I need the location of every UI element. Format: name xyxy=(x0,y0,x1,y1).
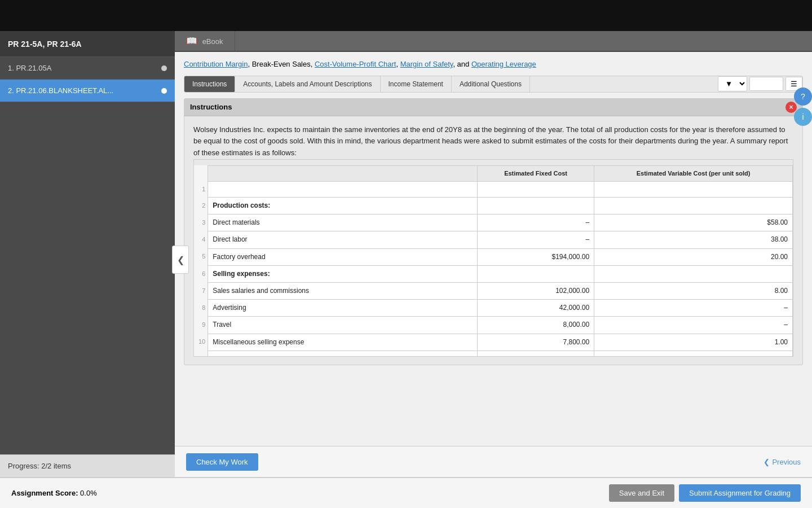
tool-tabs: Instructions Accounts, Labels and Amount… xyxy=(184,76,803,93)
help-icon-button[interactable]: ? xyxy=(794,87,812,106)
sidebar-header: PR 21-5A, PR 21-6A xyxy=(0,31,175,57)
content-area: 📖 eBook Contribution Margin, Break-Even … xyxy=(175,31,812,477)
top-bar xyxy=(0,0,812,31)
link-margin-of-safety[interactable]: Margin of Safety xyxy=(400,60,453,68)
instructions-title: Instructions xyxy=(190,103,232,111)
variable-cost-cell: 20.00 xyxy=(594,248,793,265)
variable-cost-cell xyxy=(594,351,793,357)
variable-cost-cell: 8.00 xyxy=(594,283,793,300)
table-row: 3Direct materials–$58.00 xyxy=(194,214,793,231)
save-exit-button[interactable]: Save and Exit xyxy=(609,484,674,502)
row-number: 10 xyxy=(194,334,208,351)
col-header-fixed: Estimated Fixed Cost xyxy=(477,165,594,182)
nav-tab-bar: 📖 eBook xyxy=(175,31,812,52)
link-cost-volume-profit[interactable]: Cost-Volume-Profit Chart xyxy=(315,60,396,68)
close-icon: × xyxy=(789,103,793,111)
sidebar-footer: Progress: 2/2 items xyxy=(0,454,175,477)
data-table: Estimated Fixed Cost Estimated Variable … xyxy=(194,165,793,357)
row-label: Miscellaneous selling expense xyxy=(208,334,478,351)
row-label xyxy=(208,182,478,198)
score-value: 0.0% xyxy=(80,489,97,497)
table-row: 2Production costs: xyxy=(194,198,793,214)
info-icon-button[interactable]: i xyxy=(794,108,812,126)
table-row: 6Selling expenses: xyxy=(194,265,793,282)
sidebar-item-dot-1 xyxy=(161,65,167,71)
right-icons: ? i xyxy=(794,87,812,126)
table-row: 11Administrative expenses: xyxy=(194,351,793,357)
tool-input[interactable] xyxy=(749,77,783,91)
row-label: Direct labor xyxy=(208,231,478,248)
prev-label: Previous xyxy=(772,458,801,466)
tab-instructions[interactable]: Instructions xyxy=(184,76,235,92)
variable-cost-cell xyxy=(594,198,793,214)
submit-button[interactable]: Submit Assignment for Grading xyxy=(679,484,801,502)
sidebar-item-dot-2 xyxy=(161,88,167,94)
bottom-action-bar: Check My Work ❮ Previous xyxy=(175,446,812,477)
variable-cost-cell xyxy=(594,265,793,282)
row-number: 5 xyxy=(194,248,208,265)
tab-income-statement[interactable]: Income Statement xyxy=(381,76,452,92)
page-title: Contribution Margin, Break-Even Sales, C… xyxy=(184,59,803,70)
previous-button[interactable]: ❮ Previous xyxy=(764,458,801,466)
variable-cost-cell: – xyxy=(594,300,793,317)
instructions-box: Instructions × Wolsey Industries Inc. ex… xyxy=(184,98,803,365)
table-row: 8Advertising42,000.00– xyxy=(194,300,793,317)
table-row: 10Miscellaneous selling expense7,800.001… xyxy=(194,334,793,351)
fixed-cost-cell: 42,000.00 xyxy=(477,300,594,317)
table-scroll[interactable]: Estimated Fixed Cost Estimated Variable … xyxy=(193,159,793,357)
sidebar-item-label-1: 1. PR.21.05A xyxy=(8,64,51,72)
content-panel: Contribution Margin, Break-Even Sales, C… xyxy=(175,52,812,446)
row-number: 1 xyxy=(194,182,208,198)
fixed-cost-cell: $194,000.00 xyxy=(477,248,594,265)
ebook-tab[interactable]: 📖 eBook xyxy=(175,31,235,51)
fixed-cost-cell xyxy=(477,182,594,198)
sidebar-item-2[interactable]: 2. PR.21.06.BLANKSHEET.AL... xyxy=(0,80,175,102)
fixed-cost-cell xyxy=(477,265,594,282)
row-label: Production costs: xyxy=(208,198,478,214)
sidebar-item-label-2: 2. PR.21.06.BLANKSHEET.AL... xyxy=(8,86,113,95)
variable-cost-cell: 1.00 xyxy=(594,334,793,351)
fixed-cost-cell: 102,000.00 xyxy=(477,283,594,300)
sidebar-item-1[interactable]: 1. PR.21.05A xyxy=(0,57,175,80)
ebook-label: eBook xyxy=(202,37,223,46)
row-label: Administrative expenses: xyxy=(208,351,478,357)
row-label: Travel xyxy=(208,317,478,334)
fixed-cost-cell: 7,800.00 xyxy=(477,334,594,351)
col-header-variable: Estimated Variable Cost (per unit sold) xyxy=(594,165,793,182)
footer-buttons: Save and Exit Submit Assignment for Grad… xyxy=(609,484,801,502)
fixed-cost-cell: – xyxy=(477,231,594,248)
variable-cost-cell: $58.00 xyxy=(594,214,793,231)
table-row: 4Direct labor–38.00 xyxy=(194,231,793,248)
row-number: 9 xyxy=(194,317,208,334)
tab-additional-questions[interactable]: Additional Questions xyxy=(452,76,530,92)
tab-accounts[interactable]: Accounts, Labels and Amount Descriptions xyxy=(235,76,380,92)
fixed-cost-cell xyxy=(477,198,594,214)
row-number: 3 xyxy=(194,214,208,231)
row-number: 8 xyxy=(194,300,208,317)
fixed-cost-cell: – xyxy=(477,214,594,231)
collapse-button[interactable]: ❮ xyxy=(172,246,189,274)
variable-cost-cell xyxy=(594,182,793,198)
row-number: 7 xyxy=(194,283,208,300)
sidebar-title: PR 21-5A, PR 21-6A xyxy=(8,40,82,49)
link-operating-leverage[interactable]: Operating Leverage xyxy=(471,60,536,68)
table-row: 5Factory overhead$194,000.0020.00 xyxy=(194,248,793,265)
row-number: 4 xyxy=(194,231,208,248)
fixed-cost-cell: 8,000.00 xyxy=(477,317,594,334)
row-number: 11 xyxy=(194,351,208,357)
check-my-work-button[interactable]: Check My Work xyxy=(186,453,258,471)
collapse-icon: ❮ xyxy=(177,255,184,265)
sidebar-items: 1. PR.21.05A 2. PR.21.06.BLANKSHEET.AL..… xyxy=(0,57,175,454)
progress-text: Progress: 2/2 items xyxy=(8,462,71,470)
prev-chevron-icon: ❮ xyxy=(764,458,770,466)
row-label: Factory overhead xyxy=(208,248,478,265)
link-contribution-margin[interactable]: Contribution Margin xyxy=(184,60,248,68)
score-label: Assignment Score: xyxy=(11,489,78,497)
instructions-text: Wolsey Industries Inc. expects to mainta… xyxy=(193,124,793,159)
tool-dropdown[interactable]: ▼ xyxy=(718,76,747,91)
fixed-cost-cell xyxy=(477,351,594,357)
row-label: Advertising xyxy=(208,300,478,317)
variable-cost-cell: 38.00 xyxy=(594,231,793,248)
row-label: Direct materials xyxy=(208,214,478,231)
assignment-score: Assignment Score: 0.0% xyxy=(11,489,97,497)
